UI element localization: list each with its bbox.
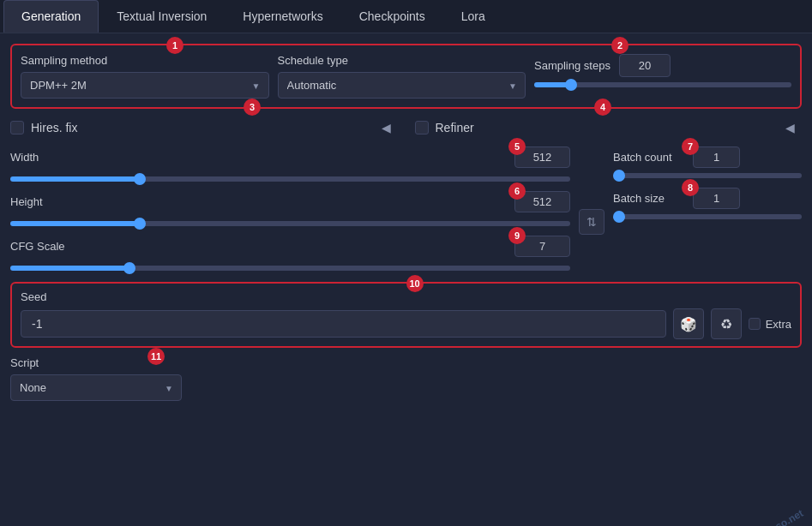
options-row: Hires. fix ◀ Refiner ◀ <box>10 117 802 138</box>
swap-dimensions-button[interactable]: ⇅ <box>579 209 604 235</box>
badge-10: 10 <box>406 275 424 292</box>
sampling-section: 1 2 Sampling method DPM++ 2M ▼ <box>10 44 802 109</box>
sampling-left: Sampling method DPM++ 2M ▼ Schedule type <box>21 54 526 99</box>
tabs-bar: Generation Textual Inversion Hypernetwor… <box>0 0 812 33</box>
schedule-group: Schedule type Automatic ▼ <box>278 54 526 99</box>
schedule-label: Schedule type <box>278 54 526 67</box>
script-label: Script <box>10 356 802 369</box>
script-section: 11 Script None ▼ <box>10 356 802 401</box>
badge-2: 2 <box>611 37 629 54</box>
script-select[interactable]: None <box>10 374 182 401</box>
refiner-option: Refiner ◀ <box>398 117 803 138</box>
schedule-select[interactable]: Automatic <box>278 72 526 99</box>
seed-label: Seed <box>21 290 791 303</box>
method-label: Sampling method <box>21 54 269 67</box>
cfg-label: CFG Scale <box>10 240 65 253</box>
method-group: Sampling method DPM++ 2M ▼ <box>21 54 269 99</box>
height-header: Height <box>10 191 570 212</box>
tab-generation[interactable]: Generation <box>3 0 99 33</box>
refiner-checkbox[interactable] <box>415 121 429 134</box>
batch-count-slider[interactable] <box>613 173 802 178</box>
badge-1: 1 <box>166 37 183 54</box>
left-dimensions: 5 Width 6 Height <box>10 146 570 273</box>
method-select[interactable]: DPM++ 2M <box>21 72 269 99</box>
steps-input[interactable] <box>619 54 671 77</box>
batch-size-field: Batch size <box>613 188 802 209</box>
hires-collapse-button[interactable]: ◀ <box>375 117 398 138</box>
method-select-wrapper: DPM++ 2M ▼ <box>21 72 269 99</box>
extra-checkbox[interactable] <box>749 318 761 330</box>
steps-row: Sampling steps <box>534 54 791 77</box>
main-content: 1 2 Sampling method DPM++ 2M ▼ <box>0 33 812 526</box>
batch-size-section: 8 Batch size <box>613 188 802 222</box>
batch-size-input[interactable] <box>693 188 740 209</box>
hires-label: Hires. fix <box>31 121 77 134</box>
extra-label-text: Extra <box>766 318 791 331</box>
width-label: Width <box>10 151 39 164</box>
cfg-section: 9 CFG Scale <box>10 236 570 273</box>
hires-option: Hires. fix ◀ <box>10 117 398 138</box>
refiner-collapse-button[interactable]: ◀ <box>779 117 802 138</box>
sampling-row: Sampling method DPM++ 2M ▼ Schedule type <box>21 54 791 99</box>
batch-size-label: Batch size <box>613 192 686 205</box>
extra-option: Extra <box>749 318 791 331</box>
badge-7: 7 <box>682 138 699 155</box>
hires-checkbox[interactable] <box>10 121 24 134</box>
badge-8: 8 <box>682 179 699 196</box>
steps-slider[interactable] <box>534 82 791 87</box>
tab-textual-inversion[interactable]: Textual Inversion <box>99 0 225 33</box>
tab-hypernetworks[interactable]: Hypernetworks <box>225 0 340 33</box>
app-container: Generation Textual Inversion Hypernetwor… <box>0 0 812 526</box>
steps-label: Sampling steps <box>534 59 611 72</box>
seed-section: 10 Seed 🎲 ♻ Extra <box>10 282 802 348</box>
badge-3: 3 <box>244 99 261 116</box>
badge-9: 9 <box>508 227 526 244</box>
width-section: 5 Width <box>10 146 570 184</box>
batch-section: 7 Batch count 8 Batch size <box>613 146 802 222</box>
refiner-label: Refiner <box>436 121 474 134</box>
badge-5: 5 <box>508 138 526 155</box>
seed-recycle-button[interactable]: ♻ <box>711 308 742 339</box>
sampling-right: Sampling steps <box>534 54 791 87</box>
batch-count-input[interactable] <box>693 146 740 168</box>
schedule-select-wrapper: Automatic ▼ <box>278 72 526 99</box>
batch-count-field: Batch count <box>613 146 802 168</box>
badge-4: 4 <box>594 99 611 116</box>
batch-count-label: Batch count <box>613 151 686 164</box>
dimensions-row: 5 Width 6 Height <box>10 146 802 273</box>
tab-lora[interactable]: Lora <box>443 0 503 33</box>
badge-11: 11 <box>147 348 165 365</box>
seed-row: 🎲 ♻ Extra <box>21 308 791 339</box>
height-slider[interactable] <box>10 221 570 226</box>
cfg-slider[interactable] <box>10 266 570 271</box>
batch-count-section: 7 Batch count <box>613 146 802 181</box>
batch-size-slider[interactable] <box>613 214 802 219</box>
tab-checkpoints[interactable]: Checkpoints <box>341 0 443 33</box>
width-header: Width <box>10 146 570 168</box>
script-select-wrapper: None ▼ <box>10 374 182 401</box>
cfg-header: CFG Scale <box>10 236 570 257</box>
height-label: Height <box>10 195 43 208</box>
seed-random-button[interactable]: 🎲 <box>673 308 704 339</box>
width-slider[interactable] <box>10 176 570 182</box>
seed-input[interactable] <box>21 310 666 338</box>
height-section: 6 Height <box>10 191 570 229</box>
badge-6: 6 <box>508 182 526 200</box>
